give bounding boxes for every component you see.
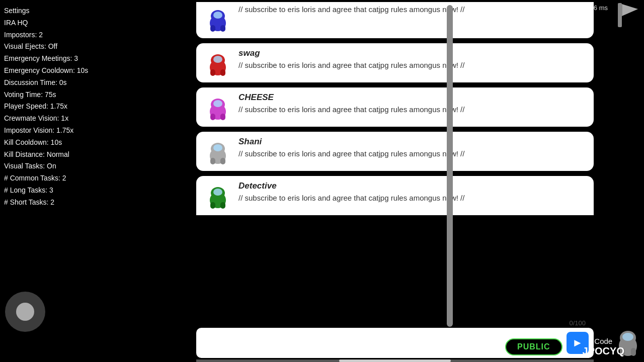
chat-message-swag: swag // subscribe to eris loris and agre… bbox=[196, 43, 594, 82]
setting-imp-vision: Impostor Vision: 1.75x bbox=[4, 125, 107, 137]
svg-point-26 bbox=[213, 144, 222, 151]
setting-visual-tasks: Visual Tasks: On bbox=[4, 160, 107, 172]
username-swag: swag bbox=[238, 48, 587, 58]
setting-impostors: Impostors: 2 bbox=[4, 29, 107, 41]
setting-ejects: Visual Ejects: Off bbox=[4, 41, 107, 53]
scroll-bar[interactable] bbox=[196, 359, 594, 362]
setting-map: IRA HQ bbox=[4, 17, 107, 29]
setting-kill-cooldown: Kill Cooldown: 10s bbox=[4, 137, 107, 149]
svg-rect-18 bbox=[210, 114, 215, 120]
setting-title: Settings bbox=[4, 5, 107, 17]
chat-text-cheese: // subscribe to eris loris and agree tha… bbox=[238, 104, 587, 115]
setting-common-tasks: # Common Tasks: 2 bbox=[4, 172, 107, 185]
svg-rect-13 bbox=[210, 69, 215, 76]
chat-text-swag: // subscribe to eris loris and agree tha… bbox=[238, 60, 587, 70]
scroll-thumb bbox=[339, 359, 450, 362]
username-shani: Shani bbox=[238, 137, 587, 147]
avatar-swag bbox=[203, 48, 232, 77]
svg-rect-28 bbox=[210, 202, 215, 209]
username-cheese: CHEESE bbox=[238, 93, 587, 103]
flag-icon bbox=[615, 2, 641, 28]
setting-emergency-meetings: Emergency Meetings: 3 bbox=[4, 53, 107, 65]
svg-point-21 bbox=[213, 100, 222, 107]
chat-content-shani: Shani // subscribe to eris loris and agr… bbox=[238, 137, 587, 159]
svg-point-11 bbox=[213, 12, 222, 19]
chat-text-partial: // subscribe to eris loris and agree tha… bbox=[238, 4, 587, 15]
public-badge[interactable]: PUBLIC bbox=[505, 338, 562, 355]
chat-panel: // subscribe to eris loris and agree tha… bbox=[196, 0, 594, 362]
chat-messages: // subscribe to eris loris and agree tha… bbox=[196, 0, 594, 326]
chat-message-shani: Shani // subscribe to eris loris and agr… bbox=[196, 132, 594, 171]
svg-rect-24 bbox=[220, 158, 225, 164]
svg-rect-14 bbox=[220, 69, 225, 76]
joystick-outer bbox=[5, 292, 45, 332]
char-count: 0/100 bbox=[569, 319, 586, 327]
svg-point-31 bbox=[213, 189, 222, 196]
chat-text-detective: // subscribe to eris loris and agree tha… bbox=[238, 193, 587, 203]
chat-content-swag: swag // subscribe to eris loris and agre… bbox=[238, 48, 587, 70]
setting-voting-time: Voting Time: 75s bbox=[4, 89, 107, 101]
joystick-inner bbox=[16, 303, 34, 321]
setting-player-speed: Player Speed: 1.75x bbox=[4, 101, 107, 113]
svg-rect-9 bbox=[220, 25, 225, 32]
chat-message-cheese: CHEESE // subscribe to eris loris and ag… bbox=[196, 87, 594, 127]
svg-rect-19 bbox=[220, 114, 225, 120]
svg-point-16 bbox=[213, 56, 222, 63]
chat-message-partial: // subscribe to eris loris and agree tha… bbox=[196, 2, 594, 38]
code-label: Code bbox=[583, 337, 624, 345]
avatar-detective bbox=[203, 181, 232, 210]
chat-content-cheese: CHEESE // subscribe to eris loris and ag… bbox=[238, 93, 587, 115]
joystick[interactable] bbox=[5, 287, 50, 332]
chat-message-detective: Detective // subscribe to eris loris and… bbox=[196, 176, 594, 215]
game-code: Code JPOCYQ bbox=[583, 337, 624, 357]
svg-rect-0 bbox=[618, 3, 622, 27]
username-detective: Detective bbox=[238, 181, 587, 191]
svg-rect-8 bbox=[210, 25, 215, 32]
setting-long-tasks: # Long Tasks: 3 bbox=[4, 185, 107, 197]
avatar-cheese bbox=[203, 93, 232, 122]
chat-text-shani: // subscribe to eris loris and agree tha… bbox=[238, 148, 587, 159]
code-value: JPOCYQ bbox=[583, 345, 624, 357]
avatar-shani bbox=[203, 137, 232, 166]
setting-discussion-time: Discussion Time: 0s bbox=[4, 77, 107, 89]
svg-rect-29 bbox=[220, 202, 225, 209]
setting-crew-vision: Crewmate Vision: 1x bbox=[4, 113, 107, 125]
svg-rect-23 bbox=[210, 158, 215, 164]
chat-content-detective: Detective // subscribe to eris loris and… bbox=[238, 181, 587, 203]
avatar-partial bbox=[203, 4, 232, 33]
chat-content-partial: // subscribe to eris loris and agree tha… bbox=[238, 4, 587, 15]
chat-scrollbar[interactable] bbox=[447, 5, 453, 327]
setting-kill-distance: Kill Distance: Normal bbox=[4, 149, 107, 161]
bottom-bar: PUBLIC Code JPOCYQ 1/10 bbox=[392, 332, 644, 362]
setting-emergency-cooldown: Emergency Cooldown: 10s bbox=[4, 65, 107, 77]
setting-short-tasks: # Short Tasks: 2 bbox=[4, 197, 107, 209]
